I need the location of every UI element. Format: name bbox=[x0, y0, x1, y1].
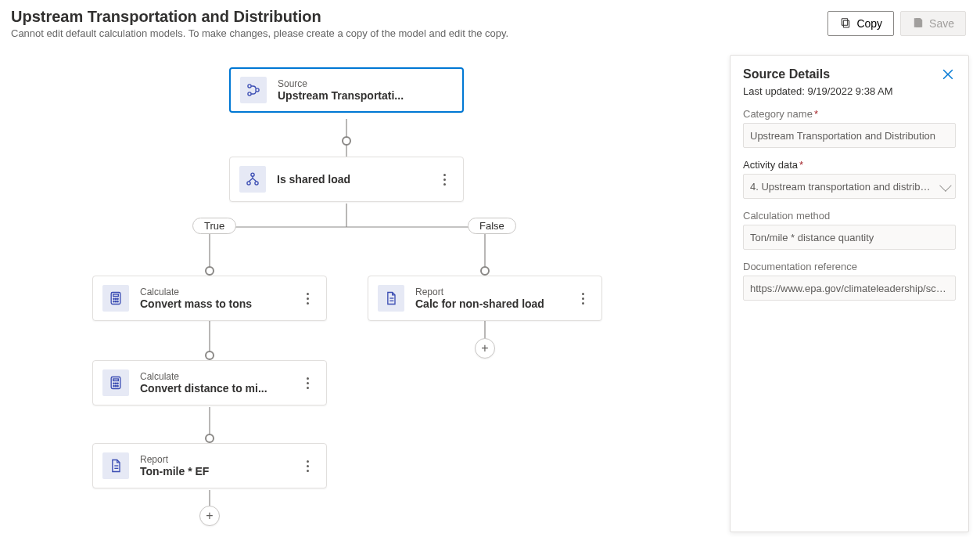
calculator-icon bbox=[102, 285, 129, 312]
node-title: Ton-mile * EF bbox=[140, 465, 289, 478]
svg-rect-2 bbox=[916, 23, 920, 27]
field-label-category: Category name* bbox=[743, 108, 956, 120]
field-label-activity: Activity data* bbox=[743, 159, 956, 171]
node-condition[interactable]: Is shared load bbox=[229, 157, 464, 202]
node-menu-button[interactable] bbox=[435, 174, 454, 186]
svg-rect-3 bbox=[916, 18, 920, 20]
copy-button-label: Copy bbox=[856, 17, 882, 30]
svg-point-36 bbox=[117, 386, 118, 387]
connector-dot[interactable] bbox=[205, 351, 214, 360]
node-kicker: Calculate bbox=[140, 371, 298, 382]
save-icon bbox=[912, 16, 924, 31]
node-title: Convert distance to mi... bbox=[140, 382, 289, 395]
svg-point-24 bbox=[113, 301, 114, 302]
condition-icon bbox=[239, 166, 266, 193]
svg-point-16 bbox=[251, 173, 254, 176]
category-name-input[interactable]: Upstream Transportation and Distribution bbox=[743, 123, 956, 148]
node-source-title: Upstream Transportati... bbox=[278, 89, 426, 102]
node-kicker: Calculate bbox=[140, 287, 298, 297]
node-menu-button[interactable] bbox=[298, 377, 317, 389]
node-menu-button[interactable] bbox=[573, 293, 592, 305]
details-panel: Source Details Last updated: 9/19/2022 9… bbox=[730, 55, 969, 532]
node-condition-title: Is shared load bbox=[277, 173, 425, 186]
add-step-button[interactable]: + bbox=[475, 338, 495, 359]
connector-dot[interactable] bbox=[342, 136, 351, 146]
node-report-tonmile[interactable]: Report Ton-mile * EF bbox=[92, 443, 327, 488]
svg-point-25 bbox=[115, 301, 116, 302]
add-step-button[interactable]: + bbox=[199, 506, 220, 526]
panel-title: Source Details bbox=[743, 67, 830, 81]
document-icon bbox=[378, 285, 404, 312]
svg-point-33 bbox=[117, 383, 118, 384]
copy-icon bbox=[839, 16, 852, 31]
branch-false-label: False bbox=[468, 218, 516, 234]
connector-dot[interactable] bbox=[480, 266, 490, 276]
document-icon bbox=[102, 452, 129, 479]
branch-true-label: True bbox=[192, 218, 236, 234]
svg-point-26 bbox=[117, 301, 118, 302]
save-button-label: Save bbox=[929, 17, 954, 30]
page-title: Upstream Transportation and Distribution bbox=[11, 8, 969, 26]
field-label-calc-method: Calculation method bbox=[743, 210, 956, 222]
node-calc-distance[interactable]: Calculate Convert distance to mi... bbox=[92, 360, 327, 405]
connector-dot[interactable] bbox=[205, 266, 214, 276]
node-title: Convert mass to tons bbox=[140, 297, 289, 310]
svg-point-13 bbox=[248, 85, 251, 88]
svg-rect-30 bbox=[113, 379, 119, 381]
node-kicker: Report bbox=[140, 454, 298, 465]
svg-rect-1 bbox=[842, 18, 848, 25]
activity-data-select[interactable]: 4. Upstream transportation and distribut… bbox=[743, 174, 956, 199]
panel-last-updated: Last updated: 9/19/2022 9:38 AM bbox=[743, 85, 956, 97]
save-button: Save bbox=[900, 11, 966, 36]
node-calc-mass[interactable]: Calculate Convert mass to tons bbox=[92, 276, 327, 321]
calculator-icon bbox=[102, 369, 129, 396]
node-menu-button[interactable] bbox=[298, 460, 317, 472]
svg-point-15 bbox=[256, 88, 259, 92]
connector-dot[interactable] bbox=[205, 434, 214, 443]
node-source-kicker: Source bbox=[278, 78, 453, 89]
field-label-doc-ref: Documentation reference bbox=[743, 261, 956, 272]
copy-button[interactable]: Copy bbox=[827, 11, 894, 36]
node-title: Calc for non-shared load bbox=[415, 297, 564, 310]
svg-point-22 bbox=[115, 298, 116, 299]
svg-point-31 bbox=[113, 383, 114, 384]
svg-point-35 bbox=[115, 386, 116, 387]
node-report-nonshared[interactable]: Report Calc for non-shared load bbox=[368, 276, 602, 321]
page-subtitle: Cannot edit default calculation models. … bbox=[11, 27, 969, 39]
node-kicker: Report bbox=[415, 287, 573, 297]
svg-point-18 bbox=[255, 182, 258, 185]
svg-point-17 bbox=[247, 182, 250, 185]
svg-rect-0 bbox=[844, 20, 849, 27]
calculation-method-input[interactable]: Ton/mile * distance quantity bbox=[743, 225, 956, 250]
node-menu-button[interactable] bbox=[298, 293, 317, 305]
documentation-reference-input[interactable]: https://www.epa.gov/climateleadership/sc… bbox=[743, 276, 956, 301]
node-source[interactable]: Source Upstream Transportati... bbox=[229, 67, 464, 113]
branch-icon bbox=[240, 77, 267, 103]
svg-rect-20 bbox=[113, 294, 119, 297]
svg-point-32 bbox=[115, 383, 116, 384]
close-button[interactable] bbox=[940, 67, 956, 82]
svg-point-14 bbox=[248, 92, 251, 96]
svg-point-23 bbox=[117, 298, 118, 299]
svg-point-34 bbox=[113, 386, 114, 387]
svg-point-21 bbox=[113, 298, 114, 299]
